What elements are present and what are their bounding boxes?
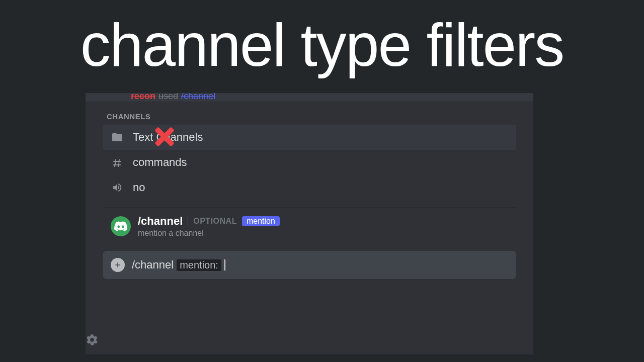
optional-label: OPTIONAL [193, 217, 237, 226]
channel-autocomplete-popup: CHANNELS Text Channels commands no [103, 107, 516, 200]
divider [188, 216, 188, 227]
message-input[interactable]: /channel mention: [103, 251, 516, 279]
channel-item-no[interactable]: no [103, 175, 516, 200]
popup-header: CHANNELS [103, 107, 516, 125]
discord-screenshot: recon used /channel CHANNELS Text Channe… [86, 93, 533, 354]
speaker-icon [111, 181, 124, 194]
gear-icon [86, 333, 99, 348]
channel-item-text-channels[interactable]: Text Channels [103, 125, 516, 150]
cropped-top-bar: recon used /channel [86, 93, 533, 102]
input-command: /channel [132, 258, 174, 272]
command-description: mention a channel [138, 229, 280, 238]
param-pill[interactable]: mention [242, 216, 280, 226]
used-command: /channel [181, 93, 215, 102]
used-label: used [158, 93, 178, 102]
user-name: recon [131, 93, 155, 102]
channel-item-label: Text Channels [133, 131, 203, 144]
command-info-row[interactable]: /channel OPTIONAL mention mention a chan… [103, 207, 516, 245]
hash-icon [111, 156, 124, 169]
channel-item-label: no [133, 181, 145, 194]
input-param-tag: mention: [177, 259, 221, 271]
attachment-plus-button[interactable] [111, 258, 125, 272]
channel-item-commands[interactable]: commands [103, 150, 516, 175]
folder-icon [111, 131, 124, 144]
discord-logo-icon [111, 216, 131, 236]
command-name: /channel [138, 215, 183, 228]
page-title: channel type filters [0, 0, 644, 79]
channel-item-label: commands [133, 156, 187, 169]
text-cursor [224, 259, 225, 270]
